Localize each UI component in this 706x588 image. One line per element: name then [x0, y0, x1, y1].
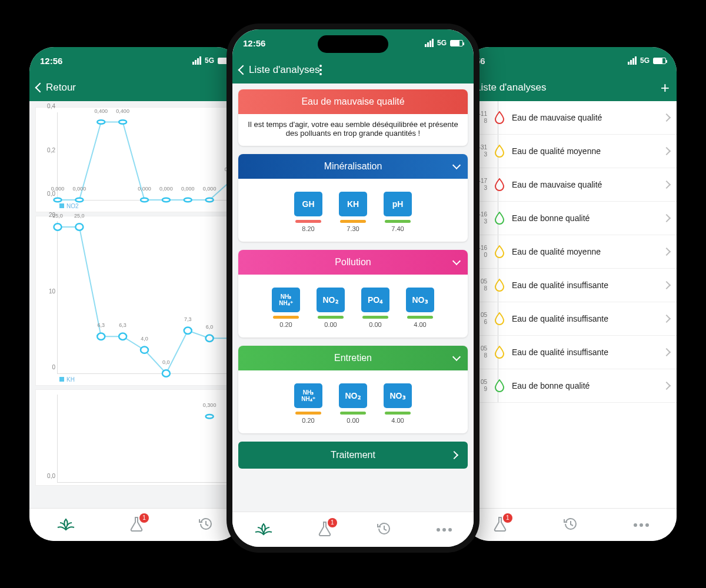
chart-area: 0102025,025,06,36,34,00,07,36,06,0 [57, 221, 231, 374]
metric-bar [340, 412, 366, 415]
metric-label: NH₃NH₄⁺ [294, 383, 322, 408]
list-item[interactable]: -160Eau de qualité moyenne [465, 235, 677, 269]
svg-point-10 [75, 223, 83, 230]
metric-tile[interactable]: NO₂0.00 [335, 383, 371, 424]
notch [318, 35, 388, 53]
drop-icon [494, 245, 505, 258]
section-card: MinéralisationGH8.20KH7.30pH7.40 [238, 154, 468, 242]
svg-point-14 [162, 370, 170, 376]
list-item[interactable]: 059Eau de bonne qualité [465, 369, 677, 403]
status-bar: 56 5G [465, 47, 677, 74]
metric-tile[interactable]: pH7.40 [380, 192, 415, 232]
tab-home[interactable] [56, 516, 75, 534]
svg-point-5 [162, 198, 170, 202]
tab-analysis[interactable]: 1 [129, 516, 144, 534]
lotus-icon [254, 520, 273, 537]
metric-tile[interactable]: GH8.20 [291, 192, 326, 232]
y-tick: 0 [40, 364, 55, 370]
tab-analysis[interactable]: 1 [492, 516, 508, 534]
list-item[interactable]: -163Eau de bonne qualité [465, 202, 677, 235]
metric-label: pH [384, 192, 412, 216]
svg-point-11 [97, 333, 105, 340]
tab-analysis[interactable]: 1 [317, 520, 332, 539]
svg-point-1 [75, 198, 83, 202]
chevron-right-icon [662, 214, 671, 222]
item-label: Eau de bonne qualité [512, 213, 657, 223]
tab-more[interactable] [437, 528, 452, 532]
metric-bar [385, 220, 411, 223]
network-label: 5G [640, 56, 650, 65]
battery-icon [450, 40, 463, 46]
metric-tile[interactable]: KH7.30 [335, 192, 371, 232]
list-item[interactable]: -173Eau de mauvaise qualité [465, 168, 677, 202]
drop-icon [494, 178, 505, 191]
history-icon [376, 520, 392, 537]
metric-value: 8.20 [291, 225, 326, 232]
svg-point-3 [119, 120, 126, 124]
chevron-right-icon [662, 248, 671, 256]
treatment-button[interactable]: Traitement [238, 442, 468, 469]
status-time: 12:56 [243, 38, 265, 48]
list-item[interactable]: -313Eau de qualité moyenne [465, 135, 677, 168]
section-header[interactable]: Minéralisation [238, 154, 468, 179]
metric-bar [407, 316, 433, 319]
item-label: Eau de qualité insuffisante [512, 314, 657, 323]
tab-home[interactable] [254, 520, 273, 539]
alert-body: Il est temps d'agir, votre eau semble dé… [238, 114, 468, 146]
svg-point-2 [97, 120, 105, 124]
metric-label: GH [294, 192, 322, 216]
metric-value: 0.00 [358, 321, 393, 328]
data-label: 0,000 [138, 186, 151, 192]
metric-value: 4.00 [380, 417, 415, 424]
metric-tile[interactable]: NO₂0.00 [313, 288, 348, 328]
list-item[interactable]: 058Eau de qualité insuffisante [465, 269, 677, 302]
data-label: 4,0 [141, 336, 148, 342]
item-label: Eau de qualité insuffisante [512, 348, 657, 357]
tab-bar: 1 [465, 508, 677, 541]
chart-2: 0,00,300 [35, 389, 235, 486]
section-header[interactable]: Pollution [238, 250, 468, 275]
metric-tile[interactable]: NH₃NH₄⁺0.20 [268, 288, 304, 328]
back-button[interactable]: Retour [36, 82, 76, 93]
data-label: 0,000 [203, 186, 217, 192]
section-header[interactable]: Entretien [238, 346, 468, 370]
phone-left: 12:56 5G Retour 0,00,20,40,0000,0000,400… [29, 47, 241, 541]
more-menu-icon[interactable] [319, 65, 322, 75]
chevron-right-icon [662, 113, 671, 122]
tab-bar: 1 [232, 512, 474, 547]
tab-history[interactable] [198, 516, 214, 534]
chevron-down-icon [452, 257, 461, 265]
tab-more[interactable] [634, 523, 649, 527]
back-button[interactable]: Liste d'analyses [239, 64, 319, 76]
chart-area: 0,00,20,40,0000,0000,4000,4000,0000,0000… [57, 112, 231, 201]
y-tick: 0,0 [40, 473, 55, 479]
item-label: Eau de bonne qualité [512, 381, 657, 390]
metric-value: 0.20 [291, 417, 326, 424]
metric-tile[interactable]: NH₃NH₄⁺0.20 [291, 383, 326, 424]
metric-tile[interactable]: NO₃4.00 [402, 288, 438, 328]
tab-history[interactable] [562, 516, 579, 534]
data-label: 0,400 [116, 108, 129, 114]
tab-history[interactable] [376, 520, 392, 539]
list-item[interactable]: 058Eau de qualité insuffisante [465, 336, 677, 369]
section-card: PollutionNH₃NH₄⁺0.20NO₂0.00PO₄0.00NO₃4.0… [238, 250, 468, 338]
svg-point-4 [141, 198, 148, 202]
more-icon [634, 523, 649, 527]
svg-point-7 [206, 198, 214, 202]
data-label: 6,3 [119, 322, 126, 328]
tab-badge: 1 [328, 518, 337, 527]
metric-tile[interactable]: PO₄0.00 [358, 288, 393, 328]
tile-row: NH₃NH₄⁺0.20NO₂0.00NO₃4.00 [238, 370, 468, 433]
analysis-content: Eau de mauvaise qualité Il est temps d'a… [232, 83, 474, 512]
nav-bar: Liste d'analyses [232, 56, 474, 83]
metric-label: NO₃ [384, 383, 412, 408]
chevron-right-icon [662, 382, 671, 390]
list-item[interactable]: 056Eau de qualité insuffisante [465, 302, 677, 336]
chart-area: 0,00,300 [57, 395, 231, 483]
metric-label: NO₃ [406, 288, 434, 312]
metric-tile[interactable]: NO₃4.00 [380, 383, 415, 424]
tab-badge: 1 [503, 513, 512, 523]
add-button[interactable]: + [661, 79, 670, 97]
list-item[interactable]: -118Eau de mauvaise qualité [465, 101, 677, 135]
svg-point-15 [184, 328, 192, 334]
